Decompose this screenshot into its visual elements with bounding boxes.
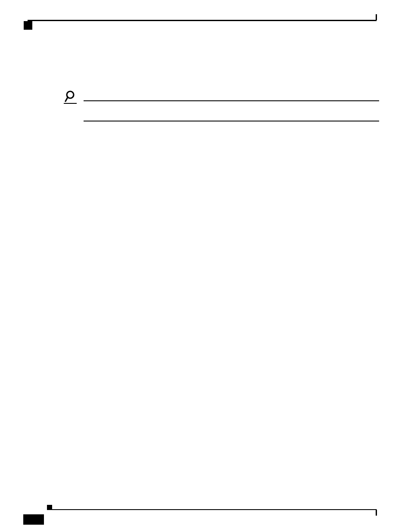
crop-mark-top-right [376, 14, 377, 20]
note-rule-top [84, 100, 379, 101]
magnifier-icon [65, 90, 77, 103]
note-rule-bottom [84, 121, 379, 121]
magnifier-underline [64, 103, 77, 104]
page-tab-block [23, 514, 44, 525]
top-rule [28, 20, 377, 21]
bottom-rule [52, 509, 377, 510]
svg-line-1 [65, 97, 68, 101]
crop-mark-bottom-right [376, 510, 377, 516]
crop-mark-top-left-square [24, 21, 32, 30]
document-page [0, 0, 411, 532]
